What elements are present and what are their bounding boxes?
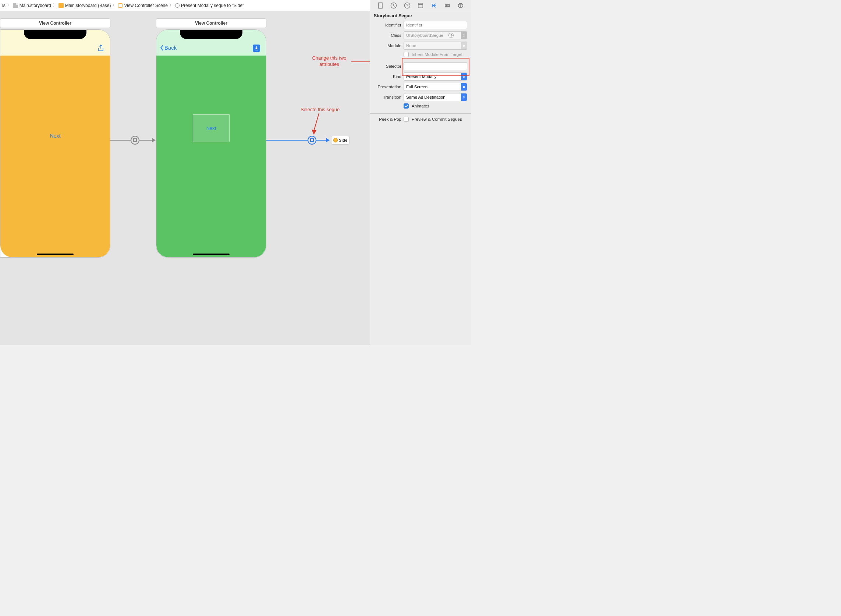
segue-node-icon[interactable] [130, 136, 139, 145]
segue-connection-line [139, 140, 152, 141]
peek-pop-value: Preview & Commit Segues [412, 117, 462, 122]
annotation-line: Selecte this segue [300, 107, 340, 112]
kind-select[interactable]: Present Modally [404, 72, 467, 81]
annotation-arrow-icon [351, 58, 370, 66]
storyboard-reference-label: Side [339, 138, 347, 142]
storyboard-canvas[interactable]: View Controller Next View Controller Bac… [0, 11, 370, 345]
crumb-label: View Controller Scene [124, 3, 168, 8]
scene-title: View Controller [39, 21, 71, 26]
inherit-label: Inherit Module From Target [412, 52, 463, 57]
transition-row: Transition Same As Destination [370, 92, 471, 102]
attributes-inspector-tab[interactable] [430, 2, 437, 9]
transition-label: Transition [374, 95, 401, 99]
help-inspector-tab[interactable]: ? [404, 2, 411, 9]
crumb-label: ls [2, 3, 6, 8]
segue-node-selected[interactable] [308, 136, 316, 145]
download-icon[interactable] [253, 44, 260, 52]
inherit-checkbox[interactable] [404, 52, 409, 57]
chevron-right-icon: 〉 [7, 2, 12, 9]
device-notch [24, 30, 86, 39]
chevron-updown-icon [461, 94, 467, 101]
annotation-line: attributes [319, 62, 339, 67]
svg-text:?: ? [406, 3, 408, 7]
home-indicator [193, 254, 230, 255]
scene-title: View Controller [195, 21, 227, 26]
crumb-scene[interactable]: View Controller Scene 〉 [118, 2, 174, 9]
peek-pop-row: Peek & Pop Preview & Commit Segues [370, 114, 471, 123]
connections-inspector-tab[interactable] [457, 2, 464, 9]
crumb-project[interactable]: ls 〉 [2, 2, 12, 9]
chevron-updown-icon [461, 32, 467, 39]
selector-field[interactable] [404, 62, 467, 70]
chevron-right-icon: 〉 [169, 2, 174, 9]
device-notch [180, 30, 242, 39]
view-controller-device-frame[interactable]: Back Next [156, 29, 266, 258]
crumb-label: Main.storyboard [19, 3, 51, 8]
module-select[interactable]: None [404, 42, 467, 50]
class-select[interactable]: UIStoryboardSegue [404, 31, 467, 40]
identifier-label: Identifier [374, 23, 401, 27]
file-inspector-tab[interactable] [377, 2, 384, 9]
peek-pop-label: Peek & Pop [374, 117, 401, 122]
inspector-body: Storyboard Segue Identifier Class UIStor… [370, 11, 471, 114]
storyboard-reference-icon [333, 138, 338, 142]
container-next-label: Next [207, 126, 216, 131]
animates-row: Animates [370, 102, 471, 110]
segue-connection-line [110, 140, 130, 141]
back-label: Back [164, 44, 177, 51]
chevron-right-icon: 〉 [112, 2, 117, 9]
chevron-updown-icon [461, 83, 467, 91]
back-button[interactable]: Back [160, 44, 177, 51]
inspector-tabs: ? [370, 0, 471, 11]
crumb-segue[interactable]: Present Modally segue to "Side" [175, 3, 244, 8]
segue-icon [175, 3, 180, 8]
chevron-right-icon: 〉 [53, 2, 57, 9]
storyboard-file-icon [59, 3, 64, 8]
share-icon[interactable] [98, 44, 104, 53]
module-label: Module [374, 43, 401, 48]
presentation-value: Full Screen [406, 85, 428, 89]
history-inspector-tab[interactable] [390, 2, 397, 9]
identifier-field[interactable] [404, 21, 467, 29]
kind-value: Present Modally [406, 74, 436, 79]
file-icon [13, 3, 18, 8]
selector-row: Selector [370, 61, 471, 71]
container-view[interactable]: Next [193, 114, 230, 142]
identity-inspector-tab[interactable] [417, 2, 424, 9]
section-title: Storyboard Segue [370, 11, 471, 20]
transition-select[interactable]: Same As Destination [404, 93, 467, 101]
size-inspector-tab[interactable] [444, 2, 451, 9]
inherit-row: Inherit Module From Target [370, 51, 471, 58]
annotation-text: Selecte this segue [294, 107, 346, 113]
annotation-text: Change this two attributes [303, 55, 355, 68]
svg-rect-10 [418, 3, 423, 8]
breadcrumb: ls 〉 Main.storyboard 〉 Main.storyboard (… [2, 2, 410, 9]
crumb-label: Main.storyboard (Base) [65, 3, 111, 8]
scene-icon [118, 3, 123, 8]
crumb-file[interactable]: Main.storyboard 〉 [13, 2, 57, 9]
svg-marker-5 [312, 129, 316, 135]
view-body [0, 56, 110, 257]
next-button[interactable]: Next [0, 133, 110, 139]
kind-label: Kind [374, 74, 401, 79]
home-indicator [37, 254, 73, 255]
crumb-base[interactable]: Main.storyboard (Base) 〉 [59, 2, 117, 9]
segue-connection-line-selected [316, 140, 326, 141]
kind-row: Kind Present Modally [370, 71, 471, 82]
view-controller-device-frame[interactable]: Next [0, 29, 110, 258]
class-value: UIStoryboardSegue [406, 33, 443, 38]
module-row: Module None [370, 41, 471, 51]
identifier-row: Identifier [370, 20, 471, 30]
storyboard-reference[interactable]: Side [331, 136, 350, 145]
animates-label: Animates [412, 104, 429, 108]
crumb-label: Present Modally segue to "Side" [181, 3, 244, 8]
presentation-select[interactable]: Full Screen [404, 83, 467, 91]
peek-pop-checkbox[interactable] [404, 117, 409, 122]
module-value: None [406, 43, 416, 48]
animates-checkbox[interactable] [404, 103, 409, 109]
scene-title-bar[interactable]: View Controller [156, 18, 266, 28]
class-navigate-icon[interactable] [448, 33, 454, 38]
arrowhead-icon [326, 138, 330, 142]
presentation-label: Presentation [374, 85, 401, 89]
scene-title-bar[interactable]: View Controller [0, 18, 110, 28]
